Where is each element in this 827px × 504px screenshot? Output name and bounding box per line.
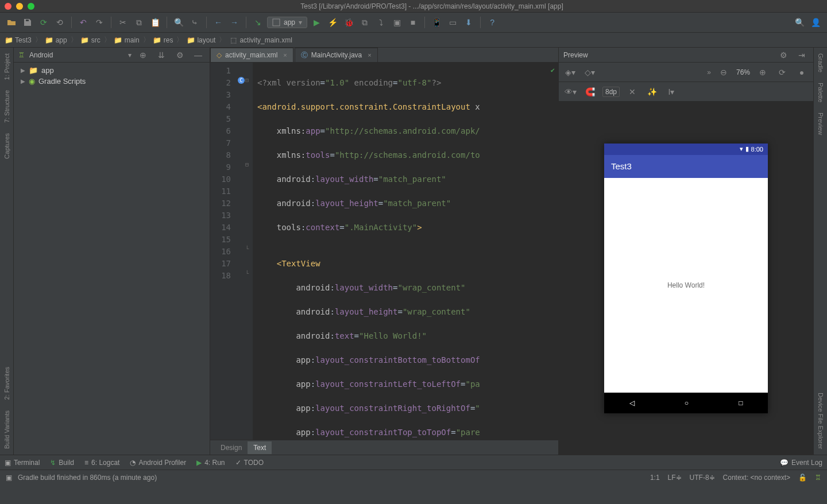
tool-tab-captures[interactable]: Captures <box>3 133 10 159</box>
breadcrumb-item[interactable]: ⬚activity_main.xml <box>229 36 292 44</box>
zoom-in-icon[interactable]: ⊕ <box>756 65 770 79</box>
editor-tab-activity-main[interactable]: ◇ activity_main.xml × <box>210 48 293 62</box>
cut-icon[interactable]: ✂ <box>116 15 130 29</box>
preview-canvas[interactable]: ▾ ▮ 8:00 Test3 Hello World! ◁ ○ □ <box>559 102 813 455</box>
maximize-window-button[interactable] <box>28 3 34 10</box>
chevron-down-icon[interactable]: ▾ <box>128 51 132 59</box>
sdk-manager-icon[interactable]: ▭ <box>446 15 459 29</box>
cursor-position[interactable]: 1:1 <box>650 474 660 482</box>
gear-icon[interactable]: ⚙ <box>776 48 790 62</box>
minimize-window-button[interactable] <box>16 3 23 10</box>
debug-icon[interactable]: 🐞 <box>342 15 355 29</box>
tool-tab-profiler[interactable]: ◔Android Profiler <box>130 459 186 467</box>
fold-end-icon[interactable]: └ <box>245 246 249 252</box>
collapse-all-icon[interactable]: ⇊ <box>154 48 168 62</box>
more-icon[interactable]: » <box>707 68 711 76</box>
hide-panel-icon[interactable]: — <box>191 48 205 62</box>
hide-panel-icon[interactable]: ⇥ <box>795 48 809 62</box>
close-tab-icon[interactable]: × <box>368 52 371 59</box>
tool-tab-build-variants[interactable]: Build Variants <box>3 410 10 449</box>
tool-tab-favorites[interactable]: 2: Favorites <box>3 367 10 400</box>
forward-icon[interactable]: → <box>227 15 241 29</box>
paste-icon[interactable]: 📋 <box>148 15 162 29</box>
back-icon[interactable]: ← <box>211 15 225 29</box>
tool-tab-structure[interactable]: 7: Structure <box>3 90 10 123</box>
tool-tab-logcat[interactable]: ≡6: Logcat <box>84 459 119 467</box>
line-ending[interactable]: LF≑ <box>668 474 682 482</box>
user-icon[interactable]: 👤 <box>809 15 822 29</box>
editor-tab-mainactivity[interactable]: Ⓒ MainActivity.java × <box>295 48 378 62</box>
undo-icon[interactable]: ↶ <box>76 15 90 29</box>
expand-arrow-icon[interactable]: ▶ <box>21 67 25 73</box>
sync-project-icon[interactable]: ⟳ <box>37 15 51 29</box>
deploy-icon[interactable]: ▣ <box>390 15 404 29</box>
breadcrumb-item[interactable]: 📁res <box>153 36 173 44</box>
copy-icon[interactable]: ⧉ <box>132 15 146 29</box>
tab-design[interactable]: Design <box>215 441 248 454</box>
gear-icon[interactable]: ⚙ <box>173 48 187 62</box>
memory-indicator-icon[interactable]: ♖ <box>815 474 821 482</box>
layers-icon[interactable]: ◈▾ <box>563 65 577 79</box>
run-icon[interactable]: ▶ <box>310 15 323 29</box>
attach-debugger-icon[interactable]: ⤵ <box>374 15 388 29</box>
breadcrumb-item[interactable]: 📁layout <box>187 36 215 44</box>
breadcrumb-item[interactable]: 📁app <box>45 36 67 44</box>
align-icon[interactable]: I▾ <box>664 85 678 99</box>
zoom-level[interactable]: 76% <box>736 68 750 76</box>
tool-tab-terminal[interactable]: ▣Terminal <box>5 459 40 467</box>
eye-icon[interactable]: 👁▾ <box>563 85 577 99</box>
make-project-icon[interactable]: ↘ <box>251 15 265 29</box>
breadcrumb-item[interactable]: 📁src <box>81 36 101 44</box>
tool-tab-device-file-explorer[interactable]: Device File Explorer <box>817 393 824 449</box>
fold-marker-icon[interactable]: ⊟ <box>245 77 249 83</box>
clear-constraints-icon[interactable]: ✕ <box>625 85 639 99</box>
tree-item-gradle-scripts[interactable]: ▶ ◉ Gradle Scripts <box>18 76 205 87</box>
search-everywhere-icon[interactable]: 🔍 <box>793 15 806 29</box>
lock-icon[interactable]: 🔓 <box>798 474 807 482</box>
tool-tab-gradle[interactable]: Gradle <box>817 53 824 72</box>
tool-tab-project[interactable]: 1: Project <box>3 53 10 80</box>
breadcrumb-item[interactable]: 📁main <box>114 36 140 44</box>
profiler-icon[interactable]: ⧉ <box>358 15 372 29</box>
orientation-icon[interactable]: ◇▾ <box>583 65 597 79</box>
inspection-ok-icon[interactable]: ✔ <box>551 66 555 74</box>
zoom-fit-icon[interactable]: ⟳ <box>775 65 789 79</box>
warnings-icon[interactable]: ● <box>795 65 809 79</box>
tool-tab-run[interactable]: ▶4: Run <box>196 459 225 467</box>
save-all-icon[interactable] <box>21 15 34 29</box>
apply-changes-icon[interactable]: ⚡ <box>326 15 339 29</box>
expand-arrow-icon[interactable]: ▶ <box>21 78 25 84</box>
find-icon[interactable]: 🔍 <box>172 15 186 29</box>
stop-icon[interactable]: ■ <box>406 15 420 29</box>
fold-end-icon[interactable]: └ <box>245 270 249 277</box>
zoom-out-icon[interactable]: ⊖ <box>717 65 731 79</box>
redo-icon[interactable]: ↷ <box>92 15 106 29</box>
open-icon[interactable] <box>5 15 18 29</box>
download-icon[interactable]: ⬇ <box>462 15 476 29</box>
avd-manager-icon[interactable]: 📱 <box>430 15 443 29</box>
infer-constraints-icon[interactable]: ✨ <box>645 85 659 99</box>
close-window-button[interactable] <box>5 3 11 10</box>
tab-text[interactable]: Text <box>248 441 272 454</box>
tree-item-app[interactable]: ▶ 📁 app <box>18 65 205 76</box>
file-encoding[interactable]: UTF-8≑ <box>690 474 715 482</box>
project-tree[interactable]: ▶ 📁 app ▶ ◉ Gradle Scripts <box>14 63 210 89</box>
breadcrumb-item[interactable]: 📁Test3 <box>5 36 32 44</box>
class-indicator-icon[interactable]: C <box>238 77 245 84</box>
run-config-selector[interactable]: app ▾ <box>267 17 307 28</box>
fold-marker-icon[interactable]: ⊟ <box>245 161 249 168</box>
replace-icon[interactable]: ⤷ <box>188 15 202 29</box>
event-log-button[interactable]: 💬Event Log <box>780 459 822 467</box>
tool-tab-build[interactable]: ↯Build <box>50 459 74 467</box>
context-label[interactable]: Context: <no context> <box>723 474 790 482</box>
code-text[interactable]: <?xml version="1.0" encoding="utf-8"?> <… <box>253 63 558 440</box>
project-view-selector[interactable]: Android <box>29 51 123 59</box>
magnet-icon[interactable]: 🧲 <box>583 85 597 99</box>
grid-spacing-selector[interactable]: 8dp <box>602 87 620 97</box>
help-icon[interactable]: ? <box>485 15 499 29</box>
tool-tab-preview[interactable]: Preview <box>817 113 824 135</box>
refresh-icon[interactable]: ⟲ <box>53 15 67 29</box>
tool-window-toggle-icon[interactable]: ▣ <box>6 474 12 482</box>
code-editor[interactable]: 123456789101112131415161718 C ⊟ ⊟ └ └ <?… <box>210 63 558 440</box>
tool-tab-palette[interactable]: Palette <box>817 83 824 102</box>
